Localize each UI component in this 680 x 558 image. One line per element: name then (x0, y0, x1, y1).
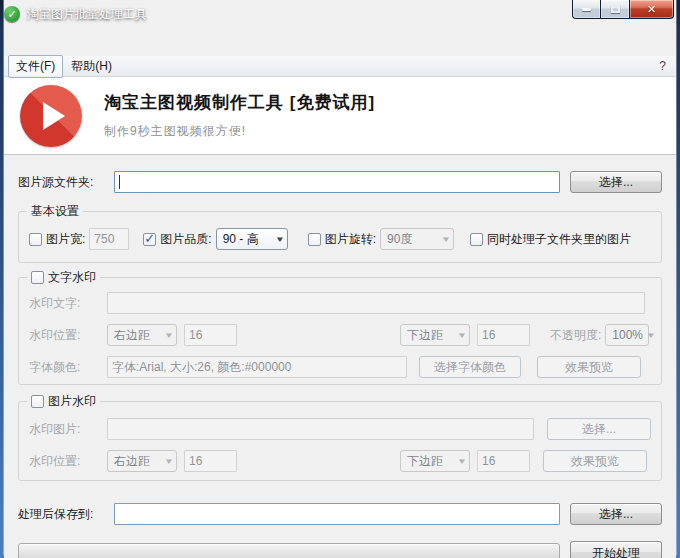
close-icon: ✕ (647, 3, 656, 16)
image-rotate-label: 图片旋转: (325, 231, 376, 248)
checkbox-box[interactable]: ✓ (143, 233, 156, 246)
window-title: 淘宝图片批量处理工具 (27, 6, 147, 23)
start-processing-button[interactable]: 开始处理 (570, 541, 662, 558)
client-area: 图片源文件夹: 选择... 基本设置 ✓ 图片宽: ✓ (4, 155, 676, 558)
save-to-input[interactable] (114, 503, 560, 525)
promo-banner[interactable]: 淘宝主图视频制作工具 [免费试用] 制作9秒主图视频很方便! (4, 77, 676, 155)
source-folder-row: 图片源文件夹: 选择... (18, 171, 662, 193)
basic-settings-group: 基本设置 ✓ 图片宽: ✓ 图片品质: 90 - 高 ▼ (18, 211, 662, 263)
image-watermark-preview-button[interactable]: 效果预览 (543, 450, 647, 472)
text-watermark-checkbox[interactable]: ✓ (31, 271, 44, 284)
watermark-image-input[interactable] (107, 418, 534, 440)
progress-bar (18, 543, 560, 558)
opacity-select[interactable]: 100% ▼ (605, 324, 649, 346)
chevron-down-icon: ▼ (457, 457, 467, 466)
watermark-image-label: 水印图片: (29, 421, 105, 438)
basic-settings-title: 基本设置 (27, 203, 83, 219)
minimize-button[interactable] (572, 0, 601, 19)
app-icon: ✓ (4, 6, 20, 22)
chevron-down-icon: ▼ (646, 331, 656, 340)
chevron-down-icon: ▼ (441, 235, 451, 244)
image-watermark-group: ✓ 图片水印 水印图片: 选择... 水印位置: 右边距 ▼ 下边 (18, 401, 662, 481)
menu-file[interactable]: 文件(F) (8, 55, 63, 78)
text-caret (119, 175, 120, 189)
banner-title: 淘宝主图视频制作工具 [免费试用] (104, 91, 375, 114)
font-color-label: 字体颜色: (29, 359, 105, 376)
image-rotate-checkbox[interactable]: ✓ 图片旋转: (308, 231, 376, 248)
chevron-down-icon: ▼ (164, 457, 174, 466)
include-subfolders-label: 同时处理子文件夹里的图片 (487, 231, 631, 248)
watermark-text-input[interactable] (107, 292, 645, 314)
image-width-checkbox[interactable]: ✓ 图片宽: (29, 231, 85, 248)
checkbox-box[interactable]: ✓ (29, 233, 42, 246)
watermark-text-label: 水印文字: (29, 295, 105, 312)
h-anchor-select[interactable]: 右边距 ▼ (107, 324, 177, 346)
text-watermark-title: 文字水印 (48, 269, 96, 286)
h-offset-input[interactable] (184, 450, 237, 472)
v-offset-input[interactable] (477, 324, 530, 346)
checkbox-box[interactable]: ✓ (308, 233, 321, 246)
maximize-icon (611, 5, 620, 13)
footer-row: 开始处理 (18, 541, 662, 558)
watermark-image-browse-button[interactable]: 选择... (547, 418, 651, 440)
save-to-label: 处理后保存到: (18, 506, 106, 523)
h-anchor-select[interactable]: 右边距 ▼ (107, 450, 177, 472)
text-watermark-group: ✓ 文字水印 水印文字: 水印位置: 右边距 ▼ 下边距 ▼ (18, 277, 662, 385)
save-to-row: 处理后保存到: 选择... (18, 503, 662, 525)
include-subfolders-checkbox[interactable]: ✓ 同时处理子文件夹里的图片 (470, 231, 631, 248)
font-summary-input[interactable] (107, 356, 407, 378)
text-watermark-preview-button[interactable]: 效果预览 (537, 356, 641, 378)
source-folder-input[interactable] (114, 171, 560, 193)
banner-text: 淘宝主图视频制作工具 [免费试用] 制作9秒主图视频很方便! (104, 91, 375, 140)
choose-font-color-button[interactable]: 选择字体颜色 (419, 356, 521, 378)
title-bar[interactable]: ✓ 淘宝图片批量处理工具 ✕ (0, 0, 680, 28)
image-quality-label: 图片品质: (160, 231, 211, 248)
chevron-down-icon: ▼ (164, 331, 174, 340)
source-browse-button[interactable]: 选择... (570, 171, 662, 193)
opacity-label: 不透明度: (550, 327, 601, 344)
image-watermark-header[interactable]: ✓ 图片水印 (27, 393, 100, 409)
minimize-icon (582, 8, 591, 11)
image-rotate-select[interactable]: 90度 ▼ (380, 228, 454, 250)
chevron-down-icon: ▼ (275, 235, 285, 244)
play-icon (20, 85, 82, 147)
window-controls: ✕ (572, 0, 674, 19)
image-watermark-title: 图片水印 (48, 393, 96, 410)
image-quality-checkbox[interactable]: ✓ 图片品质: (143, 231, 211, 248)
text-watermark-header[interactable]: ✓ 文字水印 (27, 269, 100, 285)
banner-subtitle: 制作9秒主图视频很方便! (104, 123, 375, 140)
maximize-button[interactable] (601, 0, 629, 19)
image-watermark-checkbox[interactable]: ✓ (31, 395, 44, 408)
image-quality-select[interactable]: 90 - 高 ▼ (216, 228, 288, 250)
v-offset-input[interactable] (477, 450, 530, 472)
save-browse-button[interactable]: 选择... (570, 503, 662, 525)
image-width-label: 图片宽: (46, 231, 85, 248)
watermark-position-label: 水印位置: (29, 327, 105, 344)
help-question-mark[interactable]: ? (659, 59, 666, 73)
menu-bar: 文件(F) 帮助(H) ? (4, 56, 676, 77)
source-folder-label: 图片源文件夹: (18, 174, 106, 191)
v-anchor-select[interactable]: 下边距 ▼ (400, 450, 470, 472)
chevron-down-icon: ▼ (457, 331, 467, 340)
v-anchor-select[interactable]: 下边距 ▼ (400, 324, 470, 346)
checkbox-box[interactable]: ✓ (470, 233, 483, 246)
watermark-position-label: 水印位置: (29, 453, 105, 470)
h-offset-input[interactable] (184, 324, 237, 346)
image-width-input[interactable] (89, 228, 129, 250)
menu-help[interactable]: 帮助(H) (63, 55, 120, 78)
app-window: ✓ 淘宝图片批量处理工具 ✕ 文件(F) 帮助(H) ? 淘宝主图视频制作工具 … (0, 0, 680, 558)
close-button[interactable]: ✕ (629, 0, 674, 19)
